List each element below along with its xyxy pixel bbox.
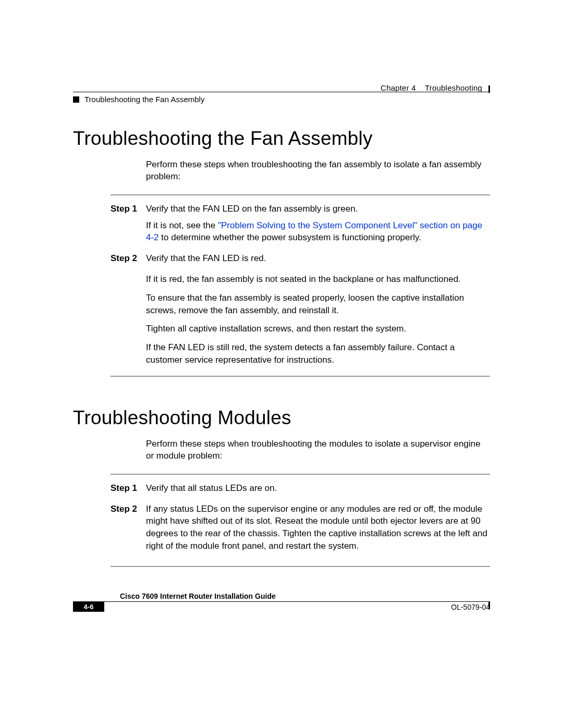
footer-end-tick (488, 602, 490, 609)
fan-rule-top (111, 194, 490, 195)
step-body: Verify that all status LEDs are on. (146, 482, 490, 499)
step-label: Step 2 (111, 252, 146, 265)
section-modules: Troubleshooting Modules Perform these st… (73, 407, 490, 567)
step-label: Step 1 (111, 203, 146, 215)
step-body: If any status LEDs on the supervisor eng… (146, 503, 490, 557)
step-body: Verify that the FAN LED is red. (146, 252, 490, 269)
header-section-title: Troubleshooting the Fan Assembly (84, 95, 204, 104)
modules-rule-bottom (111, 566, 490, 567)
modules-step-2: Step 2 If any status LEDs on the supervi… (111, 503, 490, 557)
modules-steps: Step 1 Verify that all status LEDs are o… (111, 482, 490, 557)
header-chapter: Chapter 4 Troubleshooting (381, 83, 482, 92)
heading-fan-assembly: Troubleshooting the Fan Assembly (73, 128, 490, 150)
content: Troubleshooting the Fan Assembly Perform… (73, 128, 490, 567)
modules-step1-line1: Verify that all status LEDs are on. (146, 482, 490, 495)
fan-sub-p3: Tighten all captive installation screws,… (146, 323, 490, 335)
footer-book-title: Cisco 7609 Internet Router Installation … (120, 592, 490, 600)
header-rule (73, 92, 490, 92)
fan-substeps: If it is red, the fan assembly is not se… (146, 273, 490, 366)
footer-doc-id: OL-5079-04 (451, 603, 490, 611)
fan-step-2: Step 2 Verify that the FAN LED is red. (111, 252, 490, 269)
step-label: Step 1 (111, 482, 146, 495)
fan-intro: Perform these steps when troubleshooting… (146, 159, 490, 183)
text: If it is not, see the (146, 220, 218, 230)
footer: Cisco 7609 Internet Router Installation … (73, 592, 490, 612)
modules-step-1: Step 1 Verify that all status LEDs are o… (111, 482, 490, 499)
modules-intro: Perform these steps when troubleshooting… (146, 438, 490, 462)
heading-modules: Troubleshooting Modules (73, 407, 490, 429)
fan-steps: Step 1 Verify that the FAN LED on the fa… (111, 203, 490, 269)
fan-sub-p2: To ensure that the fan assembly is seate… (146, 292, 490, 317)
fan-sub-p4: If the FAN LED is still red, the system … (146, 341, 490, 366)
header-square-icon (73, 96, 79, 103)
footer-line: OL-5079-04 (104, 601, 490, 612)
step-label: Step 2 (111, 503, 146, 515)
modules-rule-top (111, 474, 490, 475)
step-body: Verify that the FAN LED on the fan assem… (146, 203, 490, 248)
text: to determine whether the power subsystem… (159, 232, 421, 242)
header-section-wrap: Troubleshooting the Fan Assembly (73, 95, 204, 104)
fan-rule-bottom (111, 376, 490, 377)
chapter-label: Chapter 4 (381, 83, 416, 92)
fan-step2-line1: Verify that the FAN LED is red. (146, 252, 490, 265)
fan-sub-p1: If it is red, the fan assembly is not se… (146, 273, 490, 286)
fan-step1-line2: If it is not, see the "Problem Solving t… (146, 219, 490, 244)
footer-page-number: 4-6 (73, 601, 104, 612)
footer-bar: 4-6 OL-5079-04 (73, 601, 490, 612)
modules-step2-line1: If any status LEDs on the supervisor eng… (146, 503, 490, 552)
fan-step-1: Step 1 Verify that the FAN LED on the fa… (111, 203, 490, 248)
page: Chapter 4 Troubleshooting Troubleshootin… (0, 0, 563, 728)
chapter-title: Troubleshooting (425, 83, 482, 92)
fan-step1-line1: Verify that the FAN LED on the fan assem… (146, 203, 490, 215)
